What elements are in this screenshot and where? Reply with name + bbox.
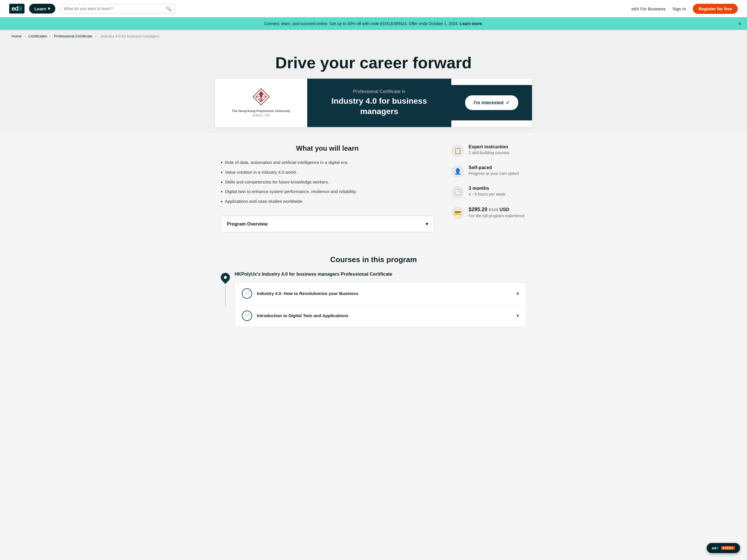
search-icon: 🔍 bbox=[166, 6, 172, 11]
info-card-selfpaced: 👤 Self-paced Progress at your own speed bbox=[451, 165, 526, 178]
cert-title: Industry 4.0 for business managers bbox=[321, 96, 437, 117]
course-row-left-2: 📄 Introduction to Digital Twin and Appli… bbox=[242, 311, 348, 321]
learn-button[interactable]: Learn ▾ bbox=[29, 4, 55, 14]
breadcrumb-separator-3: › bbox=[95, 34, 97, 38]
promo-banner: Connect, learn, and succeed online. Get … bbox=[0, 17, 747, 30]
expert-description: 2 skill-building courses bbox=[469, 150, 509, 155]
courses-section: Courses in this program HKPolyUx's Indus… bbox=[215, 255, 532, 327]
navbar: edX Learn ▾ 🔍 edX For Business Sign In R… bbox=[0, 0, 747, 17]
hkpu-diamond-icon bbox=[253, 88, 270, 105]
university-name-zh: 香港理工大學 bbox=[232, 113, 290, 117]
promo-link[interactable]: Learn more. bbox=[460, 21, 483, 26]
interested-button[interactable]: I'm interested ✓ bbox=[465, 95, 518, 110]
accordion-label: Program Overview bbox=[227, 221, 267, 227]
course-1-chevron[interactable]: ▾ bbox=[516, 290, 519, 297]
course-row-left: 📄 Industry 4.0: How to Revolutionize you… bbox=[242, 288, 359, 299]
accordion-chevron: ▾ bbox=[426, 221, 428, 227]
breadcrumb-home[interactable]: Home bbox=[11, 34, 22, 38]
list-item: Digital twin to enhance system performan… bbox=[221, 187, 434, 197]
breadcrumb-separator-2: › bbox=[50, 34, 52, 38]
timeline-vertical-line bbox=[225, 284, 226, 308]
program-overview-accordion[interactable]: Program Overview ▾ bbox=[221, 216, 434, 232]
university-logo: The Hong Kong Polytechnic University 香港理… bbox=[232, 88, 290, 117]
price-current: $295.20 bbox=[469, 207, 487, 212]
pin-icon bbox=[219, 271, 232, 284]
content-left: What you will learn Role of data, automa… bbox=[221, 144, 434, 244]
course-1-title: Industry 4.0: How to Revolutionize your … bbox=[257, 291, 359, 296]
duration-title: 3 months bbox=[469, 186, 506, 191]
selfpaced-text: Self-paced Progress at your own speed bbox=[469, 165, 519, 176]
learn-list: Role of data, automation and artificial … bbox=[221, 158, 434, 207]
university-name: The Hong Kong Polytechnic University bbox=[232, 109, 290, 113]
program-header-text: HKPolyUx's Industry 4.0 for business man… bbox=[235, 271, 392, 277]
price-title: $295.20 $328 USD bbox=[469, 207, 525, 213]
duration-description: 4 - 6 hours per week bbox=[469, 192, 506, 196]
info-card-expert: 📋 Expert instruction 2 skill-building co… bbox=[451, 144, 526, 157]
breadcrumb-current: Industry 4.0 for business managers bbox=[101, 34, 159, 38]
course-2-chevron[interactable]: ▾ bbox=[516, 313, 519, 319]
expert-text: Expert instruction 2 skill-building cour… bbox=[469, 144, 509, 155]
content-right: 📋 Expert instruction 2 skill-building co… bbox=[451, 144, 526, 244]
checkmark-icon: ✓ bbox=[506, 100, 510, 105]
interested-label: I'm interested bbox=[474, 100, 504, 105]
info-card-price: 💳 $295.20 $328 USD For the full program … bbox=[451, 207, 526, 219]
duration-text: 3 months 4 - 6 hours per week bbox=[469, 186, 506, 196]
chevron-down-icon: ▾ bbox=[48, 6, 50, 11]
learn-button-label: Learn bbox=[34, 6, 46, 11]
price-text: $295.20 $328 USD For the full program ex… bbox=[469, 207, 525, 218]
course-card-info: Professional Certificate in Industry 4.0… bbox=[307, 79, 451, 127]
list-item: Skills and competencies for future knowl… bbox=[221, 178, 434, 188]
hero-section: Drive your career forward The Hong Kong … bbox=[0, 42, 747, 133]
courses-title: Courses in this program bbox=[221, 255, 526, 264]
breadcrumb-separator-1: › bbox=[24, 34, 27, 38]
course-num-icon-1: 📄 bbox=[242, 288, 252, 299]
register-button[interactable]: Register for free bbox=[693, 4, 738, 14]
navbar-right: edX For Business Sign In Register for fr… bbox=[632, 4, 738, 14]
info-card-duration: 🕐 3 months 4 - 6 hours per week bbox=[451, 186, 526, 198]
selfpaced-title: Self-paced bbox=[469, 165, 519, 170]
price-currency: USD bbox=[499, 207, 509, 212]
course-card-action: I'm interested ✓ bbox=[451, 85, 532, 121]
svg-marker-5 bbox=[259, 96, 263, 102]
expert-title: Expert instruction bbox=[469, 144, 509, 150]
program-header: HKPolyUx's Industry 4.0 for business man… bbox=[235, 271, 526, 277]
cert-type: Professional Certificate in bbox=[321, 89, 437, 94]
promo-text: Connect, learn, and succeed online. Get … bbox=[264, 21, 459, 26]
price-description: For the full program experience bbox=[469, 213, 525, 218]
list-item: Value creation in a Industry 4.0 world. bbox=[221, 168, 434, 178]
what-you-learn-title: What you will learn bbox=[221, 144, 434, 152]
duration-icon: 🕐 bbox=[451, 186, 464, 198]
edx-for-business-link[interactable]: edX For Business bbox=[632, 6, 665, 11]
search-bar: 🔍 bbox=[60, 4, 175, 14]
course-num-icon-2: 📄 bbox=[242, 311, 252, 321]
breadcrumb-professional-certificate[interactable]: Professional Certificate bbox=[54, 34, 93, 38]
expert-icon: 📋 bbox=[451, 144, 464, 157]
price-icon: 💳 bbox=[451, 207, 464, 219]
courses-list: 📄 Industry 4.0: How to Revolutionize you… bbox=[235, 282, 526, 327]
list-item: Role of data, automation and artificial … bbox=[221, 158, 434, 168]
main-content: What you will learn Role of data, automa… bbox=[215, 144, 532, 244]
timeline-wrap: HKPolyUx's Industry 4.0 for business man… bbox=[221, 271, 526, 327]
logo-text: edX bbox=[9, 4, 25, 14]
accordion-header[interactable]: Program Overview ▾ bbox=[221, 216, 434, 232]
course-card: The Hong Kong Polytechnic University 香港理… bbox=[215, 79, 532, 127]
promo-close-button[interactable]: × bbox=[738, 21, 741, 27]
hero-title: Drive your career forward bbox=[6, 54, 741, 72]
timeline-line bbox=[221, 271, 230, 308]
sign-in-link[interactable]: Sign In bbox=[672, 6, 686, 11]
course-row: 📄 Industry 4.0: How to Revolutionize you… bbox=[235, 283, 526, 305]
edx-logo: edX bbox=[9, 4, 25, 14]
search-input[interactable] bbox=[64, 6, 163, 11]
university-logo-section: The Hong Kong Polytechnic University 香港理… bbox=[215, 80, 307, 126]
course-2-title: Introduction to Digital Twin and Applica… bbox=[257, 313, 348, 318]
pin-inner bbox=[224, 276, 227, 279]
courses-content: HKPolyUx's Industry 4.0 for business man… bbox=[235, 271, 526, 327]
price-original: $328 bbox=[489, 207, 498, 212]
breadcrumb: Home › Certificates › Professional Certi… bbox=[0, 30, 747, 42]
list-item: Applications and case studies worldwide. bbox=[221, 197, 434, 207]
selfpaced-description: Progress at your own speed bbox=[469, 171, 519, 176]
course-row: 📄 Introduction to Digital Twin and Appli… bbox=[235, 305, 526, 327]
course-icon-2: 📄 bbox=[244, 313, 250, 318]
selfpaced-icon: 👤 bbox=[451, 165, 464, 178]
breadcrumb-certificates[interactable]: Certificates bbox=[28, 34, 47, 38]
